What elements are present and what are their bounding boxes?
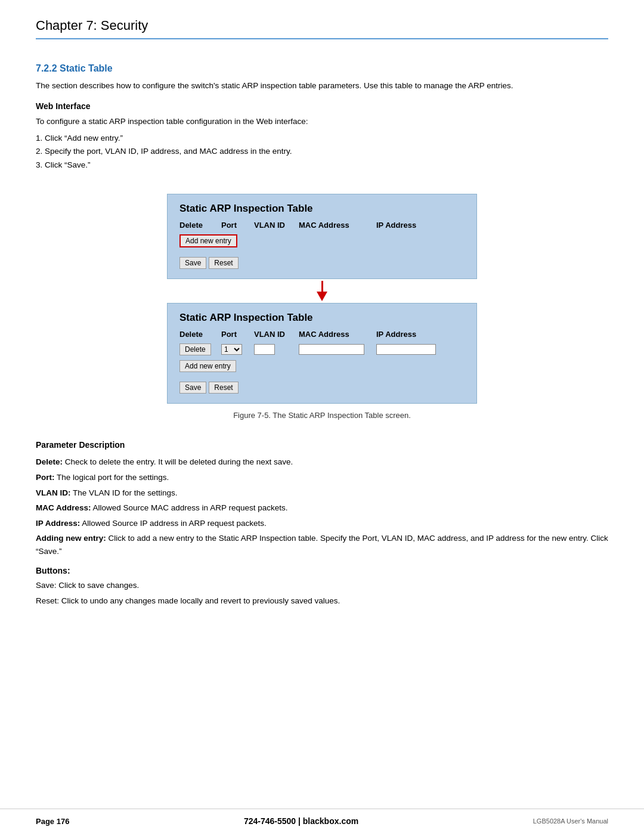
instruction-text: To configure a static ARP inspection tab…: [36, 116, 608, 128]
param-ip-desc: Allowed Source IP address in ARP request…: [82, 519, 266, 528]
param-description-heading: Parameter Description: [36, 440, 608, 450]
col-header-port: Port: [221, 221, 254, 230]
col-header-mac: MAC Address: [299, 221, 376, 230]
bot-col-header-ip: IP Address: [376, 330, 442, 339]
param-delete-desc: Check to delete the entry. It will be de…: [65, 457, 293, 466]
arp-table-top: Static ARP Inspection Table Delete Port …: [167, 194, 477, 279]
buttons-heading: Buttons:: [36, 566, 608, 575]
col-header-vlanid: VLAN ID: [254, 221, 299, 230]
param-delete-name: Delete:: [36, 457, 63, 466]
col-header-delete: Delete: [179, 221, 221, 230]
param-adding: Adding new entry: Click to add a new ent…: [36, 532, 608, 558]
button-reset-desc: Reset: Click to undo any changes made lo…: [36, 594, 608, 608]
footer-page-number: Page 176: [36, 817, 69, 826]
section-description: The section describes how to configure t…: [36, 80, 608, 92]
top-table-headers: Delete Port VLAN ID MAC Address IP Addre…: [179, 221, 465, 230]
row-ip-input[interactable]: [376, 344, 436, 355]
top-reset-button[interactable]: Reset: [209, 257, 238, 269]
tables-wrapper: Static ARP Inspection Table Delete Port …: [155, 194, 489, 404]
chapter-title: Chapter 7: Security: [36, 18, 608, 33]
bottom-table-headers: Delete Port VLAN ID MAC Address IP Addre…: [179, 330, 465, 339]
param-adding-desc: Click to add a new entry to the Static A…: [36, 534, 608, 556]
param-delete: Delete: Check to delete the entry. It wi…: [36, 456, 608, 469]
row-ip-cell: [376, 344, 442, 355]
bot-col-header-mac: MAC Address: [299, 330, 376, 339]
row-delete-button[interactable]: Delete: [179, 343, 211, 355]
bottom-reset-button[interactable]: Reset: [209, 382, 238, 394]
param-mac-desc: Allowed Source MAC address in ARP reques…: [93, 503, 288, 512]
bottom-save-button[interactable]: Save: [179, 382, 206, 394]
param-adding-name: Adding new entry:: [36, 534, 106, 543]
param-ip: IP Address: Allowed Source IP address in…: [36, 517, 608, 530]
row-port-select[interactable]: 1: [221, 344, 242, 355]
param-port: Port: The logical port for the settings.: [36, 471, 608, 484]
arrow-container: [317, 279, 327, 303]
param-ip-name: IP Address:: [36, 519, 80, 528]
col-header-ip: IP Address: [376, 221, 442, 230]
section-title: 7.2.2 Static Table: [36, 63, 113, 73]
button-save-desc: Save: Click to save changes.: [36, 579, 608, 592]
row-delete-cell: Delete: [179, 343, 221, 355]
bottom-add-new-entry-button[interactable]: Add new entry: [179, 360, 236, 372]
steps-list: 1. Click “Add new entry.” 2. Specify the…: [36, 132, 608, 173]
param-vlanid-desc: The VLAN ID for the settings.: [73, 488, 178, 497]
step-2: 2. Specify the port, VLAN ID, IP address…: [36, 145, 608, 159]
figure-container: Static ARP Inspection Table Delete Port …: [36, 194, 608, 420]
param-port-desc: The logical port for the settings.: [57, 473, 169, 482]
top-table-title: Static ARP Inspection Table: [179, 203, 465, 215]
param-vlanid: VLAN ID: The VLAN ID for the settings.: [36, 487, 608, 500]
param-vlanid-name: VLAN ID:: [36, 488, 71, 497]
bottom-save-reset-row: Save Reset: [179, 382, 465, 394]
arp-table-bottom: Static ARP Inspection Table Delete Port …: [167, 303, 477, 404]
param-mac: MAC Address: Allowed Source MAC address …: [36, 501, 608, 515]
web-interface-heading: Web Interface: [36, 101, 608, 111]
chapter-header: Chapter 7: Security: [36, 18, 608, 39]
row-vlanid-input[interactable]: [254, 344, 275, 355]
row-mac-input[interactable]: [299, 344, 364, 355]
step-1: 1. Click “Add new entry.”: [36, 132, 608, 145]
bot-col-header-delete: Delete: [179, 330, 221, 339]
bot-col-header-port: Port: [221, 330, 254, 339]
bottom-table-data-row: Delete 1: [179, 343, 465, 355]
row-vlanid-cell: [254, 344, 299, 355]
bottom-table-title: Static ARP Inspection Table: [179, 312, 465, 324]
param-mac-name: MAC Address:: [36, 503, 91, 512]
step-3: 3. Click “Save.”: [36, 159, 608, 172]
page-footer: Page 176 724-746-5500 | blackbox.com LGB…: [0, 809, 644, 833]
row-port-cell: 1: [221, 344, 254, 355]
row-mac-cell: [299, 344, 376, 355]
top-save-reset-row: Save Reset: [179, 257, 465, 269]
param-port-name: Port:: [36, 473, 55, 482]
footer-center-text: 724-746-5500 | blackbox.com: [244, 816, 358, 826]
footer-right-text: LGB5028A User's Manual: [533, 817, 608, 825]
figure-caption: Figure 7-5. The Static ARP Inspection Ta…: [233, 411, 411, 420]
top-add-new-entry-button[interactable]: Add new entry: [179, 234, 237, 247]
top-save-button[interactable]: Save: [179, 257, 206, 269]
bot-col-header-vlanid: VLAN ID: [254, 330, 299, 339]
